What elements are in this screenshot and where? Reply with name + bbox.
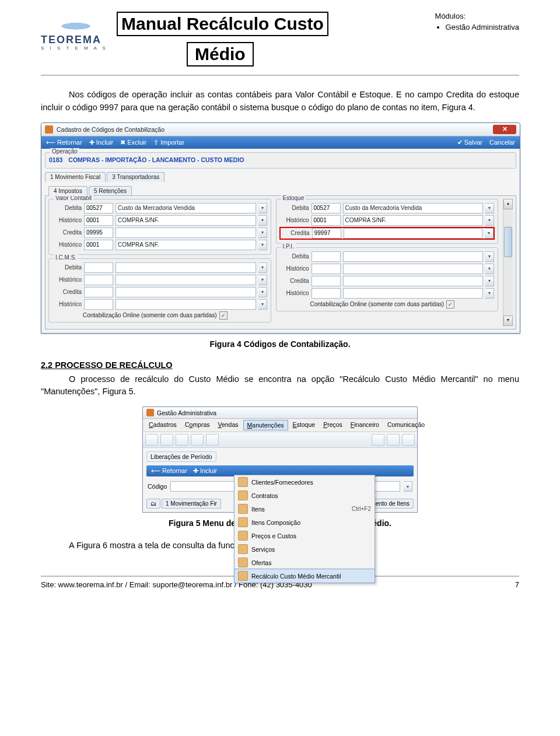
tab-movimento-fiscal[interactable]: 1 Movimento Fiscal: [45, 172, 106, 182]
chevron-down-icon[interactable]: ▾: [258, 299, 267, 310]
icms-credita-desc[interactable]: [116, 287, 256, 297]
icms-online-checkbox[interactable]: ✓: [219, 311, 228, 320]
toolbar-button[interactable]: [206, 434, 219, 446]
menu-item-itens[interactable]: ItensCtrl+F2: [235, 502, 374, 516]
chevron-down-icon[interactable]: ▾: [258, 203, 267, 213]
vc-hist1-desc[interactable]: COMPRA S/NF.: [116, 215, 256, 226]
vertical-scrollbar[interactable]: ▴ ▾: [503, 199, 513, 326]
icms-hist1-desc[interactable]: [116, 275, 256, 285]
excluir-button[interactable]: ✖ Excluir: [120, 139, 146, 146]
est-hist1-desc[interactable]: COMPRA S/NF.: [343, 215, 484, 226]
icms-credita-code[interactable]: [84, 287, 113, 297]
toolbar-button[interactable]: [176, 434, 188, 446]
liberacoes-tab[interactable]: Liberações de Período: [146, 451, 216, 462]
incluir-button[interactable]: ✚ Incluir: [89, 139, 113, 146]
menu-item-clientes[interactable]: Clientes/Fornecedores: [235, 475, 374, 489]
est-credita-desc[interactable]: [344, 228, 483, 239]
ipi-hist2-desc[interactable]: [343, 288, 484, 299]
vc-hist2-desc[interactable]: COMPRA S/NF.: [116, 240, 256, 250]
icms-hist2-code[interactable]: [84, 299, 113, 310]
salvar-button[interactable]: ✔ Salvar: [457, 139, 482, 146]
menu-item-contratos[interactable]: Contratos: [235, 489, 374, 502]
chevron-down-icon[interactable]: ▾: [258, 262, 267, 273]
toolbar-button[interactable]: [387, 434, 400, 446]
toolbar-button[interactable]: [160, 434, 173, 446]
chevron-down-icon[interactable]: ▾: [485, 264, 494, 274]
menu-item-recalculo-custo-medio[interactable]: Recálculo Custo Médio Mercantil: [234, 569, 375, 583]
tab-transportadoras[interactable]: 3 Transportadoras: [107, 172, 164, 182]
icms-title: I.C.M.S.: [54, 254, 78, 261]
page-number: 7: [515, 580, 519, 589]
menu-item-itens-composicao[interactable]: Itens Composição: [235, 516, 374, 529]
scrollbar-thumb[interactable]: [504, 227, 512, 257]
ipi-hist2-code[interactable]: [312, 288, 341, 299]
chevron-down-icon[interactable]: ▾: [485, 276, 494, 286]
est-credita-code[interactable]: 99997: [312, 228, 341, 239]
menu-estoque[interactable]: Estoque: [289, 420, 319, 430]
est-debita-desc[interactable]: Custo da Mercadoria Vendida: [343, 203, 484, 213]
menu-item-precos-custos[interactable]: Preços e Custos: [235, 529, 374, 542]
icms-hist1-code[interactable]: [84, 275, 113, 285]
menu-comunicacao[interactable]: Comunicação: [384, 420, 428, 430]
chevron-down-icon[interactable]: ▾: [258, 227, 267, 238]
ipi-debita-code[interactable]: [312, 251, 341, 262]
chevron-down-icon[interactable]: ▾: [485, 203, 494, 213]
est-debita-code[interactable]: 00527: [312, 203, 341, 213]
chevron-down-icon[interactable]: ▾: [485, 215, 494, 226]
retornar-button[interactable]: ⟵ Retornar: [46, 139, 82, 146]
upper-tabs: 1 Movimento Fiscal 3 Transportadoras: [45, 172, 516, 182]
est-hist1-code[interactable]: 0001: [312, 215, 341, 226]
menu-financeiro[interactable]: Financeiro: [347, 420, 383, 430]
menu-vendas[interactable]: Vendas: [215, 420, 242, 430]
vc-hist1-code[interactable]: 0001: [84, 215, 113, 226]
tab-retencoes[interactable]: 5 Retenções: [89, 186, 132, 196]
tab-movimentacao[interactable]: 1 Movimentação Fir: [162, 499, 221, 509]
chevron-down-icon[interactable]: ▾: [485, 228, 494, 239]
chevron-down-icon[interactable]: ▾: [485, 251, 494, 262]
ipi-online-checkbox[interactable]: ✓: [446, 300, 454, 309]
module-item: Gestão Administrativa: [446, 23, 519, 31]
vc-credita-desc[interactable]: [116, 227, 256, 238]
ipi-hist1-code[interactable]: [312, 264, 341, 274]
toolbar-button[interactable]: [191, 434, 204, 446]
scroll-down-icon[interactable]: ▾: [503, 316, 513, 326]
toolbar-button[interactable]: [372, 434, 384, 446]
label-credita: Credita: [52, 229, 82, 236]
vc-hist2-code[interactable]: 0001: [84, 240, 113, 250]
menu-precos[interactable]: Preços: [320, 420, 346, 430]
chevron-down-icon[interactable]: ▾: [485, 288, 494, 299]
chevron-down-icon[interactable]: ▾: [258, 275, 267, 285]
close-icon[interactable]: ✕: [493, 125, 516, 134]
chevron-down-icon[interactable]: ▾: [258, 287, 267, 297]
icms-fieldset: I.C.M.S. Debita▾ Histórico▾ Credita▾ His…: [48, 258, 271, 323]
ipi-credita-code[interactable]: [312, 276, 341, 286]
chevron-down-icon[interactable]: ▾: [258, 240, 267, 250]
win2-toolbar-icon[interactable]: 🗂: [146, 499, 160, 509]
menu-icon: [238, 571, 248, 581]
icms-debita-code[interactable]: [84, 262, 113, 273]
menu-item-ofertas[interactable]: Ofertas: [235, 556, 374, 569]
label-historico: Histórico: [280, 265, 309, 272]
retornar-button[interactable]: ⟵ Retornar: [151, 467, 187, 475]
importar-button[interactable]: ⇪ Importar: [153, 139, 184, 146]
cancelar-button[interactable]: Cancelar: [489, 139, 515, 146]
vc-credita-code[interactable]: 09995: [84, 227, 113, 238]
toolbar-button[interactable]: [402, 434, 415, 446]
incluir-button[interactable]: ✚ Incluir: [193, 467, 217, 475]
ipi-credita-desc[interactable]: [343, 276, 484, 286]
menu-compras[interactable]: Compras: [181, 420, 214, 430]
tab-impostos[interactable]: 4 Impostos: [48, 186, 88, 196]
ipi-debita-desc[interactable]: [343, 251, 484, 262]
ipi-hist1-desc[interactable]: [343, 264, 484, 274]
vc-debita-desc[interactable]: Custo da Mercadoria Vendida: [116, 203, 256, 213]
scroll-up-icon[interactable]: ▴: [503, 199, 513, 209]
vc-debita-code[interactable]: 00527: [84, 203, 113, 213]
menu-item-servicos[interactable]: Serviços: [235, 542, 374, 556]
chevron-down-icon[interactable]: ▾: [258, 215, 267, 226]
chevron-down-icon[interactable]: ▾: [404, 481, 412, 492]
icms-debita-desc[interactable]: [116, 262, 256, 273]
icms-hist2-desc[interactable]: [116, 299, 256, 310]
toolbar-button[interactable]: [145, 434, 158, 446]
menu-manutencoes[interactable]: Manutenções: [243, 420, 288, 430]
menu-cadastros[interactable]: Cadastros: [145, 420, 180, 430]
